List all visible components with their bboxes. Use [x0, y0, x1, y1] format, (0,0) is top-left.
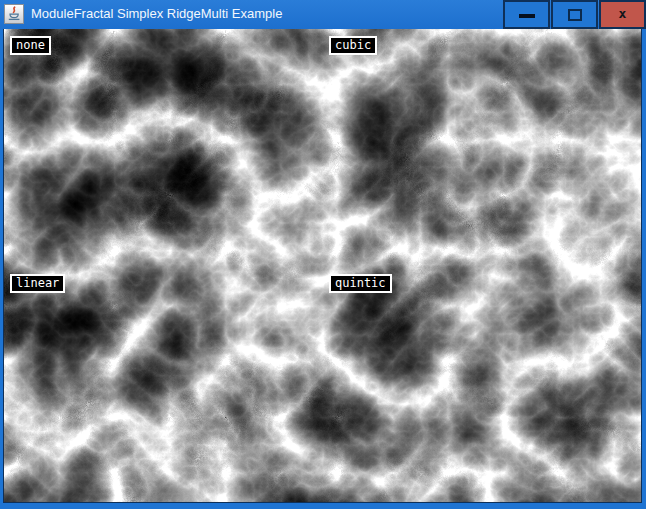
- app-window: ModuleFractal Simplex RidgeMulti Example…: [0, 0, 646, 509]
- ridged-noise-texture: [4, 29, 641, 502]
- interp-label-linear: linear: [10, 274, 65, 293]
- titlebar[interactable]: ModuleFractal Simplex RidgeMulti Example…: [0, 0, 646, 29]
- java-app-icon: [4, 4, 24, 24]
- maximize-button[interactable]: [551, 0, 598, 29]
- window-title: ModuleFractal Simplex RidgeMulti Example: [31, 0, 282, 28]
- minimize-button[interactable]: [503, 0, 550, 29]
- close-button[interactable]: x: [599, 0, 646, 29]
- window-controls: x: [502, 0, 646, 29]
- close-icon: x: [619, 7, 627, 20]
- interp-label-cubic: cubic: [329, 36, 377, 55]
- interp-label-quintic: quintic: [329, 274, 392, 293]
- noise-preview-canvas: none cubic linear quintic: [3, 29, 642, 503]
- java-coffee-cup-icon: [6, 6, 22, 22]
- interp-label-none: none: [10, 36, 51, 55]
- maximize-icon: [568, 9, 582, 21]
- minimize-icon: [519, 14, 535, 18]
